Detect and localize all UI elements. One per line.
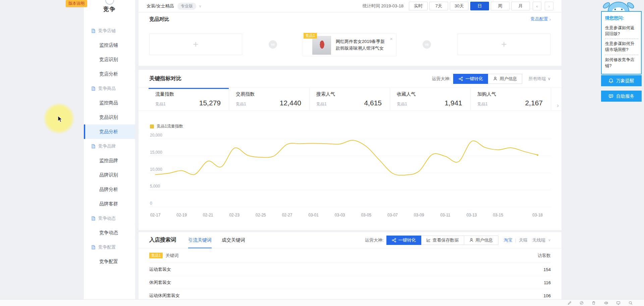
sidebar-item-3-1[interactable]: 监控品牌: [84, 153, 135, 168]
metrics-header: 关键指标对比 运营大神: 一键转化: [139, 70, 561, 88]
svg-text:03-13: 03-13: [467, 213, 477, 217]
zoom-icon[interactable]: [629, 301, 633, 305]
document-icon: [91, 29, 96, 33]
assistant-title: 猜您想问:: [605, 15, 638, 21]
range-button-3[interactable]: 30天: [450, 2, 469, 10]
stat-time-label: 统计时间 2019-03-18: [363, 3, 404, 9]
pen-icon[interactable]: [568, 301, 572, 305]
svg-text:02-17: 02-17: [150, 213, 161, 217]
svg-text:10,000: 10,000: [150, 167, 162, 172]
next-period-button[interactable]: ›: [545, 2, 553, 10]
metric-card-5[interactable]: 加购人气竞品12,167: [471, 88, 551, 110]
keyword-table: 竞品1 关键词 访客数 运动套装女154休闲套装女116运动休闲套装女106: [139, 248, 561, 302]
one-key-convert-button[interactable]: 一键转化: [386, 236, 421, 245]
view-saved-data-button[interactable]: 查看保存数据: [421, 236, 464, 245]
metrics-controls: 运营大神: 一键转化: [432, 74, 551, 84]
document-icon: [91, 245, 96, 250]
bell-icon: [608, 78, 613, 83]
display-icon[interactable]: [616, 301, 621, 305]
metric-next-icon[interactable]: ›: [557, 102, 559, 109]
search-words-title: 入店搜索词: [149, 237, 176, 244]
add-competitor-slot-1[interactable]: +: [149, 34, 242, 55]
close-icon[interactable]: ×: [390, 36, 393, 42]
table-row[interactable]: 休闲套装女116: [149, 276, 551, 289]
metric-value: 12,440: [280, 99, 301, 107]
user-info-button[interactable]: 用户信息: [488, 74, 522, 84]
range-buttons: 实时7天30天日周月: [409, 2, 530, 10]
user-icon: [469, 238, 474, 242]
sidebar-item-3-2[interactable]: 品牌识别: [84, 168, 135, 182]
mouse-cursor-icon: [57, 116, 63, 122]
search-button-group: 一键转化 查看保存数据 用户信息: [386, 236, 498, 245]
filter-bar-right: 统计时间 2019-03-18 实时7天30天日周月 ‹ ›: [363, 2, 553, 10]
range-button-2[interactable]: 7天: [429, 2, 448, 10]
terminal-dropdown[interactable]: 所有终端 ∨: [528, 76, 551, 82]
category-label[interactable]: 女装/女士精品: [147, 3, 174, 9]
sidebar-menu: 竞争店铺监控店铺竞店识别竞店分析竞争商品监控商品竞品识别竞品分析竞争品牌监控品牌…: [84, 23, 135, 269]
assistant-question[interactable]: 如何修改竞争店铺?: [605, 55, 638, 70]
chat-icon: [608, 94, 613, 99]
metric-value: 1,941: [444, 99, 462, 107]
self-service-button[interactable]: 自助服务: [601, 91, 642, 102]
prev-period-button[interactable]: ‹: [533, 2, 541, 10]
one-key-convert-button[interactable]: 一键转化: [453, 74, 488, 84]
metrics-button-group: 一键转化 用户信息: [453, 74, 522, 84]
sidebar-item-1-1[interactable]: 监控店铺: [84, 38, 135, 52]
metric-series-label: 竞品1: [316, 101, 327, 107]
sidebar-item-2-1[interactable]: 监控商品: [84, 96, 135, 110]
metric-card-4[interactable]: 收藏人气竞品11,941: [390, 88, 471, 110]
sidebar-group-label: 竞争商品: [98, 86, 116, 92]
svg-text:03-11: 03-11: [440, 213, 450, 217]
chart-icon: [426, 238, 431, 242]
assistant-question[interactable]: 生意参谋如何升级市场洞察?: [605, 39, 638, 54]
sidebar-item-1-2[interactable]: 竞店识别: [84, 52, 135, 67]
competitor-product-card[interactable]: 竞品1 网红两件套女2019春季新款韩版港味潮人馆洋气女神范休闲... ×: [303, 34, 396, 56]
search-tab-1[interactable]: 引流关键词: [188, 232, 212, 248]
chevron-down-icon[interactable]: ∨: [199, 4, 202, 8]
convert-icon: [392, 238, 396, 243]
range-button-6[interactable]: 月: [511, 2, 530, 10]
sidebar-item-5-1[interactable]: 竞争配置: [84, 254, 135, 269]
trend-chart-wrap: 05,00010,00015,00020,00002-1702-1902-210…: [139, 130, 561, 221]
vs-badge: vs: [423, 40, 431, 49]
search-tab-2[interactable]: 成交关键词: [222, 232, 245, 248]
platform-tmall[interactable]: 天猫: [519, 237, 528, 243]
sidebar-item-2-2[interactable]: 竞品识别: [84, 110, 135, 124]
chevron-right-icon: ›: [549, 17, 551, 22]
sidebar-item-3-3[interactable]: 品牌分析: [84, 182, 135, 197]
keyword-cell: 运动套装女: [149, 266, 171, 272]
svg-text:03-05: 03-05: [361, 213, 371, 217]
sidebar-item-1-3[interactable]: 竞店分析: [84, 67, 135, 81]
range-button-1[interactable]: 实时: [409, 2, 428, 10]
convert-button-label: 一键转化: [398, 237, 416, 243]
svg-text:15,000: 15,000: [150, 150, 162, 155]
svg-text:03-15: 03-15: [493, 213, 503, 217]
terminal-dropdown[interactable]: 无线端: [532, 237, 545, 243]
metric-card-3[interactable]: 搜索人气竞品14,615: [310, 88, 390, 110]
sidebar-item-2-3[interactable]: 竞品分析: [84, 124, 135, 139]
range-button-4[interactable]: 日: [470, 2, 489, 10]
keyword-column-header: 关键词: [165, 253, 178, 259]
speaker-icon[interactable]: [604, 301, 608, 305]
record-icon[interactable]: [580, 301, 584, 305]
svg-text:0: 0: [150, 201, 152, 206]
metric-card-1[interactable]: 流量指数竞品115,279: [149, 88, 229, 110]
sidebar-item-3-4[interactable]: 品牌客群: [84, 197, 135, 211]
sidebar-item-4-1[interactable]: 竞争动态: [84, 225, 135, 240]
version-note-tag[interactable]: 版本说明: [66, 0, 87, 7]
assistant-question[interactable]: 生意参谋如何返回旧版?: [605, 23, 638, 39]
user-info-button[interactable]: 用户信息: [464, 236, 498, 245]
range-button-5[interactable]: 周: [491, 2, 509, 10]
competitor-config-link[interactable]: 竞品配置 ›: [531, 16, 551, 22]
add-competitor-slot-2[interactable]: +: [458, 34, 550, 55]
competitor-compare-card: 竞品对比 竞品配置 › + vs 竞品1 网红两件套女2019春季新款韩版港味潮…: [139, 12, 561, 66]
sidebar-group-label: 竞争店铺: [98, 28, 116, 34]
table-row[interactable]: 运动套装女154: [149, 263, 551, 276]
main-content: 女装/女士精品 专业版 ∨ 统计时间 2019-03-18 实时7天30天日周月…: [139, 0, 561, 12]
platform-taobao[interactable]: 淘宝: [504, 237, 513, 243]
metric-value: 4,615: [364, 99, 382, 107]
trash-icon[interactable]: [592, 301, 596, 305]
metric-card-2[interactable]: 交易指数竞品112,440: [229, 88, 310, 110]
wanxiang-reminder-button[interactable]: 万象提醒: [601, 75, 642, 86]
metric-name: 加购人气: [477, 91, 543, 97]
